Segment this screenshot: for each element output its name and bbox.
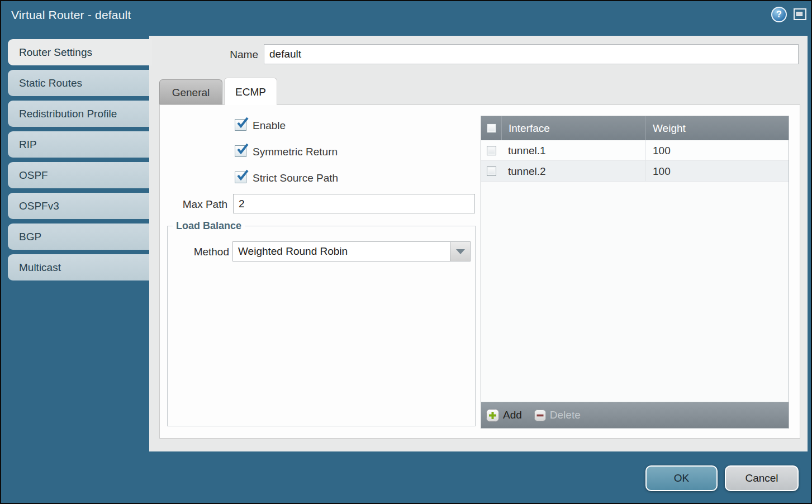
virtual-router-dialog: Virtual Router - default ? Router Settin… <box>0 0 812 504</box>
sidebar-item-bgp[interactable]: BGP <box>8 224 149 250</box>
row-checkbox[interactable] <box>487 146 496 155</box>
strict-source-path-checkbox[interactable] <box>235 172 246 183</box>
tab-label: ECMP <box>235 86 266 98</box>
strict-source-path-label: Strict Source Path <box>253 172 338 184</box>
sidebar-item-label: BGP <box>19 231 41 243</box>
table-row[interactable]: tunnel.2 100 <box>481 161 789 182</box>
table-header: Interface Weight <box>481 116 789 140</box>
sidebar-item-label: Router Settings <box>19 46 92 58</box>
delete-button[interactable]: Delete <box>534 409 581 421</box>
maximize-icon-inner <box>796 12 802 16</box>
tab-general[interactable]: General <box>159 79 222 104</box>
sidebar-item-ospfv3[interactable]: OSPFv3 <box>8 193 149 219</box>
max-path-input[interactable] <box>233 194 475 213</box>
delete-button-label: Delete <box>550 409 581 421</box>
method-label: Method <box>179 246 229 258</box>
name-label: Name <box>197 49 258 61</box>
weight-cell: 100 <box>645 161 789 181</box>
sidebar-item-static-routes[interactable]: Static Routes <box>8 70 149 96</box>
sidebar-item-ospf[interactable]: OSPF <box>8 162 149 188</box>
sidebar-item-label: Redistribution Profile <box>19 108 117 120</box>
method-dropdown[interactable]: Weighted Round Robin <box>232 241 471 261</box>
chevron-down-icon <box>456 249 465 254</box>
tab-ecmp[interactable]: ECMP <box>224 78 277 105</box>
symmetric-return-checkbox[interactable] <box>235 145 246 157</box>
sidebar-item-label: RIP <box>19 139 37 150</box>
sidebar-item-label: OSPF <box>19 169 48 181</box>
sidebar-item-label: Multicast <box>19 261 61 273</box>
row-checkbox[interactable] <box>487 167 496 176</box>
table-row[interactable]: tunnel.1 100 <box>481 140 789 161</box>
table-toolbar: Add Delete <box>481 402 789 428</box>
sidebar-item-redistribution-profile[interactable]: Redistribution Profile <box>8 101 149 127</box>
sidebar-item-rip[interactable]: RIP <box>8 131 149 158</box>
interface-cell: tunnel.1 <box>501 140 645 160</box>
checkmark-icon <box>235 168 250 183</box>
sidebar-item-multicast[interactable]: Multicast <box>8 254 149 280</box>
sidebar-item-label: Static Routes <box>19 77 82 89</box>
column-header-interface: Interface <box>501 116 645 140</box>
sidebar-item-label: OSPFv3 <box>19 200 59 212</box>
delete-minus-icon <box>534 410 546 421</box>
checkmark-icon <box>235 116 250 131</box>
column-header-weight: Weight <box>645 116 789 140</box>
tab-label: General <box>172 87 210 98</box>
method-dropdown-value: Weighted Round Robin <box>238 245 348 258</box>
method-dropdown-button[interactable] <box>450 242 470 261</box>
max-path-label: Max Path <box>169 198 227 211</box>
load-balance-legend: Load Balance <box>173 220 245 232</box>
enable-checkbox[interactable] <box>235 119 246 131</box>
enable-label: Enable <box>253 120 286 132</box>
sidebar-item-router-settings[interactable]: Router Settings <box>8 39 152 65</box>
help-icon[interactable]: ? <box>771 7 787 22</box>
dialog-title: Virtual Router - default <box>11 8 131 22</box>
add-button[interactable]: Add <box>486 409 522 422</box>
ok-button[interactable]: OK <box>645 465 718 491</box>
interface-cell: tunnel.2 <box>501 161 645 181</box>
weight-cell: 100 <box>645 140 789 160</box>
ecmp-interface-table: Interface Weight tunnel.1 100 tunnel.2 1… <box>481 116 789 429</box>
add-button-label: Add <box>503 409 522 421</box>
name-input[interactable] <box>264 44 799 64</box>
select-all-checkbox[interactable] <box>487 123 496 133</box>
cancel-button[interactable]: Cancel <box>725 465 799 491</box>
checkmark-icon <box>235 142 250 157</box>
symmetric-return-label: Symmetric Return <box>253 146 338 158</box>
add-plus-icon <box>486 409 499 422</box>
maximize-icon[interactable] <box>794 8 806 20</box>
